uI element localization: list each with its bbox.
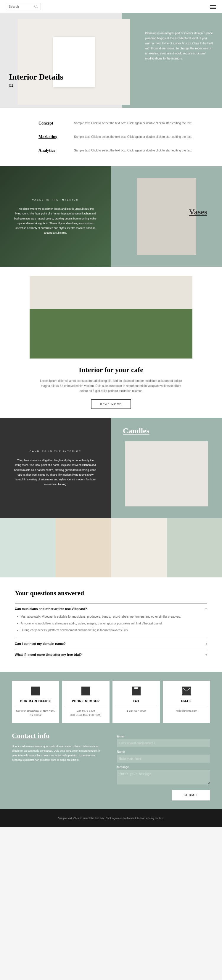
hero-text: Planning is an integral part of interior…: [145, 31, 213, 61]
faq-answer: Yes, absolutely. Vibecast is suitable fo…: [15, 614, 207, 633]
svg-line-1: [37, 7, 38, 8]
carousel-next[interactable]: ›: [198, 313, 207, 321]
contact-title: Contact info: [12, 732, 105, 740]
candles-text: The place where we all gather, laugh and…: [14, 458, 97, 487]
email-field[interactable]: [117, 739, 210, 747]
search-icon: [34, 5, 38, 9]
cafe-text: Lorem ipsum dolor sit amet, consectetur …: [37, 378, 185, 393]
vases-text: The place where we all gather, laugh and…: [14, 207, 97, 235]
read-more-button[interactable]: READ MORE: [91, 399, 131, 409]
gallery-section: [0, 518, 222, 578]
svg-rect-2: [133, 689, 139, 694]
contact-form: Email Name Message SUBMIT: [117, 732, 210, 800]
concepts-section: ConceptSample text. Click to select the …: [0, 108, 222, 166]
email-label: Email: [117, 735, 210, 738]
gallery-image: [56, 518, 111, 578]
vase-image: [137, 178, 196, 255]
contact-card-email: EMAILhello@theme.com: [163, 681, 210, 723]
contact-card-office: OUR MAIN OFFICESoHo 94 Broadway St New Y…: [12, 681, 59, 723]
hero-number: 01: [9, 83, 63, 88]
concept-title[interactable]: Concept: [38, 121, 74, 126]
cafe-image: [30, 276, 192, 358]
candles-label: CANDLES IN THE INTERIOR: [14, 449, 97, 453]
contact-section: OUR MAIN OFFICESoHo 94 Broadway St New Y…: [0, 672, 222, 809]
gallery-image: [167, 518, 222, 578]
hero-title: Interior Details: [9, 72, 63, 82]
plus-icon: +: [205, 642, 207, 646]
message-field[interactable]: [117, 770, 210, 784]
carousel-prev[interactable]: ‹: [15, 313, 24, 321]
hero-section: Interior Details 01 Planning is an integ…: [0, 13, 222, 108]
concept-text: Sample text. Click to select the text bo…: [74, 148, 207, 153]
search-box[interactable]: [6, 3, 41, 10]
vases-title[interactable]: Vases: [189, 208, 207, 216]
concept-title[interactable]: Analytics: [38, 148, 74, 153]
candle-image: [125, 441, 208, 506]
submit-button[interactable]: SUBMIT: [172, 790, 210, 800]
vases-label: VASES IN THE INTERIOR: [14, 198, 97, 202]
menu-icon[interactable]: [210, 5, 216, 9]
contact-card-fax: FAX1-234-567-8900: [112, 681, 160, 723]
candles-title[interactable]: Candles: [123, 426, 150, 436]
faq-question[interactable]: Can musicians and other artists use Vibe…: [15, 607, 207, 611]
cafe-section: ‹ › Interior for your cafe Lorem ipsum d…: [0, 267, 222, 418]
name-label: Name: [117, 750, 210, 753]
concept-text: Sample text. Click to select the text bo…: [74, 135, 207, 139]
cafe-title: Interior for your cafe: [15, 366, 207, 374]
email-icon: [182, 687, 191, 695]
plus-icon: +: [205, 653, 207, 656]
svg-rect-3: [134, 687, 138, 689]
faq-question[interactable]: Can I connect my domain name?+: [15, 642, 207, 646]
contact-card-phone: PHONE NUMBER234-9876-5400 888-0123-4567 …: [62, 681, 110, 723]
message-label: Message: [117, 765, 210, 769]
fax-icon: [132, 687, 141, 695]
footer: Sample text. Click to select the text bo…: [0, 809, 222, 827]
svg-point-0: [35, 5, 37, 7]
location-icon: [31, 687, 40, 695]
name-field[interactable]: [117, 755, 210, 763]
gallery-image: [111, 518, 167, 578]
search-input[interactable]: [9, 5, 32, 8]
candles-section: CANDLES IN THE INTERIORThe place where w…: [0, 418, 222, 518]
vases-section: VASES IN THE INTERIORThe place where we …: [0, 166, 222, 267]
gallery-image: [0, 518, 56, 578]
faq-title: Your questions answered: [15, 589, 207, 597]
minus-icon: −: [205, 607, 207, 611]
concept-text: Sample text. Click to select the text bo…: [74, 121, 207, 126]
contact-text: Ut enim ad minim veniam, quis nostrud ex…: [12, 744, 105, 762]
faq-question[interactable]: What if I need more time after my free t…: [15, 653, 207, 656]
faq-section: Your questions answered Can musicians an…: [0, 578, 222, 672]
phone-icon: [81, 687, 90, 695]
hero-image: [18, 19, 130, 105]
concept-title[interactable]: Marketing: [38, 135, 74, 139]
